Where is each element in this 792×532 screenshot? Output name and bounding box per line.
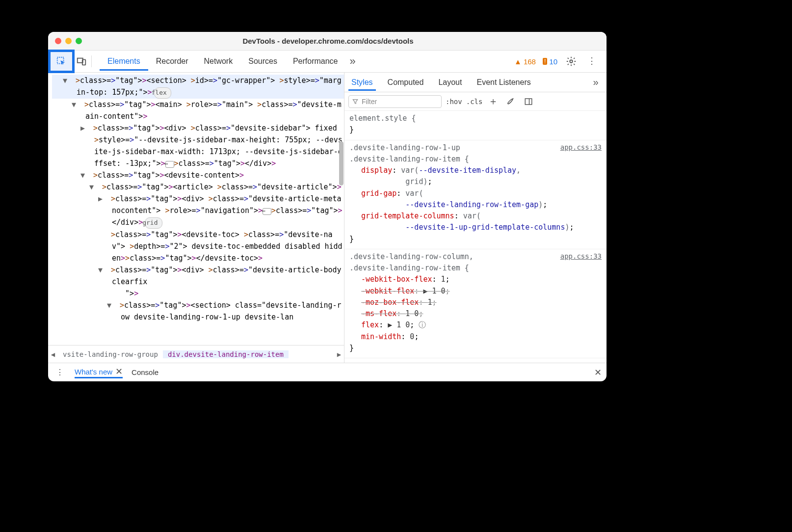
source-link[interactable]: app.css:33 bbox=[560, 251, 602, 262]
chevron-right-double-icon: » bbox=[349, 55, 355, 68]
device-icon bbox=[76, 56, 87, 67]
hov-toggle[interactable]: :hov bbox=[446, 98, 462, 106]
issue-icon: ! bbox=[543, 58, 547, 65]
plus-icon: ＋ bbox=[488, 95, 498, 108]
layout-sidebar-button[interactable] bbox=[522, 95, 535, 108]
more-options-button[interactable]: ⋮ bbox=[585, 54, 599, 68]
settings-button[interactable] bbox=[564, 54, 578, 68]
ellipsis-icon[interactable]: ⋯ bbox=[165, 161, 174, 168]
layout-badge[interactable]: flex bbox=[154, 87, 171, 99]
styles-rules[interactable]: element.style {}app.css:33.devsite-landi… bbox=[344, 111, 607, 363]
drawer-tab-console[interactable]: Console bbox=[132, 366, 158, 378]
issues-count[interactable]: !10 bbox=[543, 57, 557, 66]
panel-tabs: ElementsRecorderNetworkSourcesPerformanc… bbox=[100, 52, 346, 71]
svg-point-3 bbox=[570, 60, 573, 63]
elements-panel: ▼>class>=>"tag">><section> >id>=>"gc-wra… bbox=[48, 73, 344, 363]
filter-input[interactable]: Filter bbox=[348, 95, 442, 108]
zoom-window-icon[interactable] bbox=[76, 38, 82, 44]
dom-node[interactable]: ▶>class>=>"tag">><div> >class>=>"devsite… bbox=[52, 122, 344, 169]
drawer: ⋮ What's new ✕Console ✕ bbox=[48, 363, 607, 381]
dom-node[interactable]: ▼>class>=>"tag">><main> >role>=>"main"> … bbox=[52, 99, 344, 122]
cls-toggle[interactable]: .cls bbox=[466, 98, 483, 106]
dom-node[interactable]: ▼>class>=>"tag">><div> >class>=>"devsite… bbox=[52, 264, 344, 299]
styles-more-tabs[interactable]: » bbox=[589, 76, 603, 89]
dom-node[interactable]: ▼>class>=>"tag">><section> class="devsit… bbox=[52, 299, 344, 323]
drawer-tab-what-s-new[interactable]: What's new ✕ bbox=[75, 366, 123, 378]
close-icon: ✕ bbox=[594, 368, 602, 377]
css-rule[interactable]: element.style {} bbox=[344, 111, 607, 140]
breadcrumb-item[interactable]: vsite-landing-row-group bbox=[58, 350, 163, 358]
kebab-icon: ⋮ bbox=[587, 59, 596, 63]
brush-icon bbox=[506, 97, 515, 106]
computed-styles-toggle[interactable] bbox=[504, 95, 518, 108]
layout-badge[interactable]: grid bbox=[145, 217, 162, 229]
inspect-icon bbox=[56, 56, 67, 67]
main-toolbar: ElementsRecorderNetworkSourcesPerformanc… bbox=[48, 51, 607, 73]
drawer-close-button[interactable]: ✕ bbox=[594, 367, 602, 378]
dom-node[interactable]: ▼>class>=>"tag">><devsite-content>> bbox=[52, 169, 344, 181]
close-icon[interactable]: ✕ bbox=[115, 366, 123, 377]
styles-tab-computed[interactable]: Computed bbox=[385, 74, 427, 91]
dom-node[interactable]: ▼>class>=>"tag">><article> >class>=>"dev… bbox=[52, 181, 344, 193]
styles-tab-event-listeners[interactable]: Event Listeners bbox=[474, 74, 533, 91]
window-title: DevTools - developer.chrome.com/docs/dev… bbox=[82, 37, 574, 45]
drawer-more-button[interactable]: ⋮ bbox=[53, 366, 67, 379]
warning-icon: ▲ bbox=[514, 57, 522, 66]
ellipsis-icon[interactable]: ⋯ bbox=[263, 208, 271, 215]
breadcrumb-scroll-right[interactable]: ▶ bbox=[334, 350, 344, 358]
tab-sources[interactable]: Sources bbox=[240, 52, 285, 71]
tab-network[interactable]: Network bbox=[196, 52, 241, 71]
styles-panel: StylesComputedLayoutEvent Listeners» Fil… bbox=[344, 73, 607, 363]
info-icon[interactable]: ⓘ bbox=[419, 320, 426, 329]
tab-recorder[interactable]: Recorder bbox=[148, 52, 196, 71]
breadcrumb-scroll-left[interactable]: ◀ bbox=[48, 350, 58, 358]
dom-node[interactable]: ▶>class>=>"tag">><div> >class>=>"devsite… bbox=[52, 193, 344, 229]
devtools-window: DevTools - developer.chrome.com/docs/dev… bbox=[48, 32, 607, 381]
inspect-element-button[interactable] bbox=[48, 50, 75, 73]
close-window-icon[interactable] bbox=[55, 38, 61, 44]
css-rule[interactable]: app.css:33.devsite-landing-row-column,.d… bbox=[344, 249, 607, 358]
gear-icon bbox=[566, 56, 577, 67]
dom-tree[interactable]: ▼>class>=>"tag">><section> >id>=>"gc-wra… bbox=[48, 73, 344, 345]
chevron-right-double-icon: » bbox=[593, 77, 598, 88]
titlebar: DevTools - developer.chrome.com/docs/dev… bbox=[48, 32, 607, 51]
sidebar-icon bbox=[524, 97, 533, 106]
breadcrumbs: ◀ vsite-landing-row-groupdiv.devsite-lan… bbox=[48, 345, 344, 363]
window-controls bbox=[55, 38, 82, 44]
new-style-rule-button[interactable]: ＋ bbox=[486, 95, 500, 108]
dom-node[interactable]: ▼>class>=>"tag">><section> >id>=>"gc-wra… bbox=[52, 75, 344, 99]
tab-elements[interactable]: Elements bbox=[100, 52, 148, 71]
kebab-icon: ⋮ bbox=[56, 368, 64, 377]
breadcrumb-item[interactable]: div.devsite-landing-row-item bbox=[163, 350, 289, 358]
css-rule[interactable]: app.css:33.devsite-landing-row-1-up.devs… bbox=[344, 140, 607, 249]
scrollbar-thumb[interactable] bbox=[339, 141, 343, 186]
dom-node[interactable]: >class>=>"tag">><devsite-toc> >class>=>"… bbox=[52, 229, 344, 264]
styles-tab-layout[interactable]: Layout bbox=[435, 74, 465, 91]
styles-filter-row: Filter :hov .cls ＋ bbox=[344, 92, 607, 111]
warnings-count[interactable]: ▲168 bbox=[514, 57, 536, 66]
styles-tabs: StylesComputedLayoutEvent Listeners» bbox=[344, 73, 607, 92]
more-tabs-button[interactable]: » bbox=[346, 54, 360, 68]
tab-performance[interactable]: Performance bbox=[285, 52, 346, 71]
svg-rect-4 bbox=[526, 99, 532, 105]
source-link[interactable]: app.css:33 bbox=[560, 142, 602, 153]
device-toolbar-button[interactable] bbox=[75, 54, 88, 68]
styles-tab-styles[interactable]: Styles bbox=[348, 74, 376, 91]
filter-icon bbox=[352, 98, 359, 105]
minimize-window-icon[interactable] bbox=[65, 38, 72, 44]
